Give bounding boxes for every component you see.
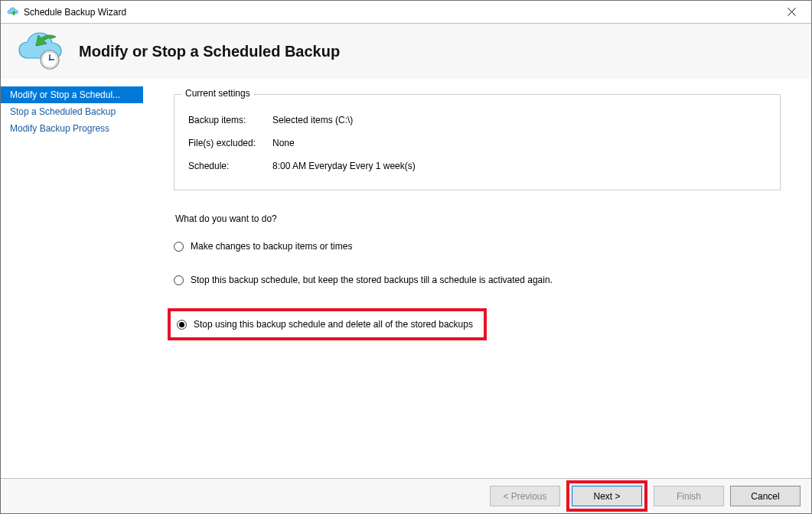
- button-label: Finish: [677, 491, 701, 502]
- button-label: Cancel: [751, 491, 779, 502]
- option-stop-delete-backups[interactable]: Stop using this backup schedule and dele…: [177, 319, 473, 330]
- sidebar-item-modify-or-stop[interactable]: Modify or Stop a Schedul...: [1, 86, 143, 103]
- backup-wizard-icon: [18, 32, 64, 70]
- settings-key: Schedule:: [188, 161, 272, 171]
- next-button[interactable]: Next >: [572, 486, 642, 506]
- radio-label: Make changes to backup items or times: [191, 241, 352, 252]
- settings-row: Schedule: 8:00 AM Everyday Every 1 week(…: [188, 161, 766, 171]
- radio-icon: [177, 320, 187, 330]
- settings-value: None: [272, 138, 766, 148]
- current-settings-group: Current settings Backup items: Selected …: [174, 94, 781, 190]
- option-make-changes[interactable]: Make changes to backup items or times: [174, 241, 781, 252]
- settings-key: File(s) excluded:: [188, 138, 272, 148]
- radio-label: Stop using this backup schedule and dele…: [194, 319, 473, 330]
- sidebar-item-stop-scheduled[interactable]: Stop a Scheduled Backup: [1, 103, 143, 120]
- sidebar-item-modify-progress[interactable]: Modify Backup Progress: [1, 120, 143, 137]
- settings-value: 8:00 AM Everyday Every 1 week(s): [272, 161, 766, 171]
- wizard-steps-sidebar: Modify or Stop a Schedul... Stop a Sched…: [1, 79, 143, 478]
- wizard-footer: < Previous Next > Finish Cancel: [1, 478, 811, 513]
- finish-button[interactable]: Finish: [654, 486, 724, 506]
- button-label: < Previous: [503, 491, 546, 502]
- wizard-body: Modify or Stop a Schedul... Stop a Sched…: [1, 79, 811, 478]
- settings-row: Backup items: Selected items (C:\): [188, 115, 766, 125]
- fieldset-legend: Current settings: [182, 88, 253, 99]
- prompt-text: What do you want to do?: [175, 213, 781, 224]
- sidebar-item-label: Modify Backup Progress: [10, 123, 109, 134]
- page-title: Modify or Stop a Scheduled Backup: [79, 43, 340, 60]
- previous-button[interactable]: < Previous: [490, 486, 560, 506]
- radio-icon: [174, 242, 184, 252]
- button-label: Next >: [593, 491, 620, 502]
- svg-point-6: [49, 59, 51, 61]
- option-stop-keep-backups[interactable]: Stop this backup schedule, but keep the …: [174, 275, 781, 285]
- highlighted-option: Stop using this backup schedule and dele…: [168, 308, 487, 340]
- highlighted-next: Next >: [566, 480, 647, 512]
- sidebar-item-label: Modify or Stop a Schedul...: [10, 89, 120, 100]
- close-button[interactable]: [774, 2, 808, 23]
- close-icon: [788, 8, 796, 16]
- sidebar-item-label: Stop a Scheduled Backup: [10, 106, 116, 117]
- settings-key: Backup items:: [188, 115, 272, 125]
- titlebar: Schedule Backup Wizard: [1, 1, 811, 24]
- settings-row: File(s) excluded: None: [188, 138, 766, 148]
- wizard-header: Modify or Stop a Scheduled Backup: [1, 24, 811, 79]
- radio-icon: [174, 275, 184, 285]
- cancel-button[interactable]: Cancel: [730, 486, 801, 506]
- window-title: Schedule Backup Wizard: [24, 7, 774, 18]
- radio-label: Stop this backup schedule, but keep the …: [191, 275, 553, 285]
- wizard-window: Schedule Backup Wizard Modify or Stop a …: [0, 0, 812, 514]
- wizard-content: Current settings Backup items: Selected …: [143, 79, 811, 478]
- settings-value: Selected items (C:\): [272, 115, 766, 125]
- app-icon: [7, 6, 19, 18]
